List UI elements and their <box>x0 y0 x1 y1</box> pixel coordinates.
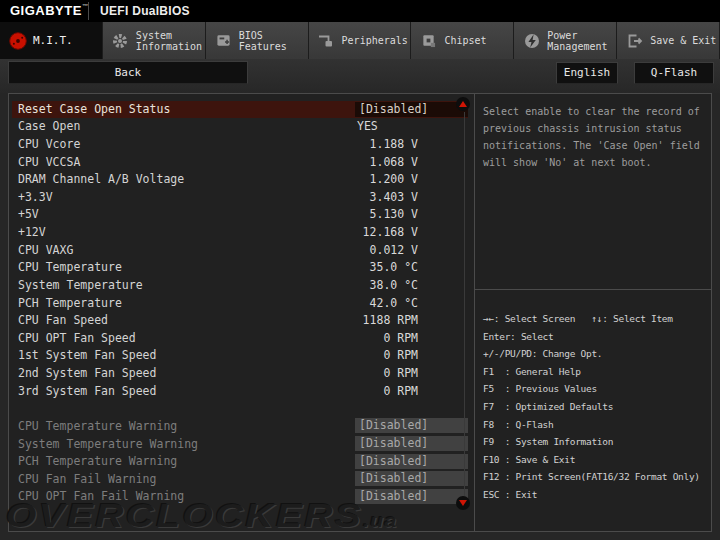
firmware-title: UEFI DualBIOS <box>100 4 190 18</box>
setting-row-cpu-fan-fail-warning[interactable]: CPU Fan Fail Warning[Disabled] <box>12 470 468 488</box>
setting-row-system-temperature-warning[interactable]: System Temperature Warning[Disabled] <box>12 435 468 453</box>
legend-line: F5 : Previous Values <box>483 380 700 398</box>
setting-label: PCH Temperature Warning <box>12 454 355 468</box>
setting-value: 1.200 V <box>355 172 468 186</box>
tab-m-i-t[interactable]: M.I.T. <box>0 22 103 59</box>
setting-row-5v[interactable]: +5V5.130 V <box>12 206 468 224</box>
qflash-button[interactable]: Q-Flash <box>634 62 714 84</box>
setting-row-2nd-system-fan-speed[interactable]: 2nd System Fan Speed0 RPM <box>12 364 468 382</box>
power-icon <box>522 32 541 50</box>
setting-row-reset-case-open-status[interactable]: Reset Case Open Status[Disabled] <box>12 101 468 118</box>
content-frame: Reset Case Open Status[Disabled]Case Ope… <box>8 93 712 532</box>
setting-value: 38.0 °C <box>355 278 468 292</box>
setting-label: 3rd System Fan Speed <box>12 384 355 398</box>
setting-value: [Disabled] <box>355 489 468 504</box>
scroll-down-icon <box>459 500 467 506</box>
setting-row-cpu-vcore[interactable]: CPU Vcore1.188 V <box>12 135 468 153</box>
setting-value: 1.068 V <box>355 155 468 169</box>
setting-label: CPU Fan Speed <box>12 313 355 327</box>
setting-row-3-3v[interactable]: +3.3V3.403 V <box>12 188 468 206</box>
legend-line: +/-/PU/PD: Change Opt. <box>483 345 700 363</box>
setting-row-cpu-vaxg[interactable]: CPU VAXG0.012 V <box>12 241 468 259</box>
setting-value: 0 RPM <box>355 331 468 345</box>
setting-value: 0 RPM <box>355 348 468 362</box>
setting-label: CPU OPT Fan Speed <box>12 331 355 345</box>
tab-power-management[interactable]: PowerManagement <box>514 22 617 59</box>
setting-value: [Disabled] <box>355 418 468 433</box>
tab-save-exit[interactable]: Save & Exit <box>617 22 720 59</box>
tab-bios-features[interactable]: BIOSFeatures <box>206 22 309 59</box>
setting-value: 5.130 V <box>355 207 468 221</box>
language-button[interactable]: English <box>556 62 618 84</box>
setting-row-cpu-opt-fan-speed[interactable]: CPU OPT Fan Speed0 RPM <box>12 329 468 347</box>
setting-value: 42.0 °C <box>355 296 468 310</box>
save-exit-icon <box>625 32 644 50</box>
tab-peripherals[interactable]: Peripherals <box>309 22 412 59</box>
tab-chipset[interactable]: Chipset <box>411 22 514 59</box>
setting-label: CPU Temperature <box>12 260 355 274</box>
scroll-down-button[interactable] <box>456 496 470 510</box>
setting-label: CPU VCCSA <box>12 155 355 169</box>
help-text: Select enable to clear the record of pre… <box>475 94 711 171</box>
legend-line: F7 : Optimized Defaults <box>483 398 700 416</box>
setting-row-system-temperature[interactable]: System Temperature38.0 °C <box>12 276 468 294</box>
gigabyte-logo: GIGABYTE™ <box>10 3 88 18</box>
mit-dial-icon <box>8 32 27 50</box>
back-button[interactable]: Back <box>8 61 248 84</box>
gear-icon <box>111 32 130 50</box>
setting-row-cpu-temperature[interactable]: CPU Temperature35.0 °C <box>12 259 468 277</box>
setting-label: PCH Temperature <box>12 296 355 310</box>
setting-value: 0 RPM <box>355 384 468 398</box>
setting-value: 0 RPM <box>355 366 468 380</box>
setting-row-case-open[interactable]: Case OpenYES <box>12 118 468 136</box>
tab-label: BIOSFeatures <box>239 30 287 52</box>
setting-label: CPU OPT Fan Fail Warning <box>12 489 355 503</box>
setting-value: [Disabled] <box>355 102 468 117</box>
setting-value: [Disabled] <box>355 454 468 469</box>
setting-row-cpu-fan-speed[interactable]: CPU Fan Speed1188 RPM <box>12 311 468 329</box>
setting-value: 35.0 °C <box>355 260 468 274</box>
setting-row-pch-temperature-warning[interactable]: PCH Temperature Warning[Disabled] <box>12 452 468 470</box>
help-pane: Select enable to clear the record of pre… <box>475 94 711 531</box>
setting-label: 2nd System Fan Speed <box>12 366 355 380</box>
setting-label: System Temperature <box>12 278 355 292</box>
legend-line: ESC : Exit <box>483 486 700 504</box>
setting-label: System Temperature Warning <box>12 437 355 451</box>
setting-row-12v[interactable]: +12V12.168 V <box>12 223 468 241</box>
setting-row-cpu-temperature-warning[interactable]: CPU Temperature Warning[Disabled] <box>12 417 468 435</box>
setting-row-cpu-vccsa[interactable]: CPU VCCSA1.068 V <box>12 153 468 171</box>
setting-label: Reset Case Open Status <box>12 102 355 116</box>
setting-row-1st-system-fan-speed[interactable]: 1st System Fan Speed0 RPM <box>12 347 468 365</box>
legend-divider <box>475 289 711 290</box>
chipset-icon <box>419 32 438 50</box>
legend-line: F12 : Print Screen(FAT16/32 Format Only) <box>483 468 700 486</box>
scrollbar-track[interactable] <box>464 112 465 500</box>
setting-label: 1st System Fan Speed <box>12 348 355 362</box>
tab-system-information[interactable]: SystemInformation <box>103 22 206 59</box>
key-legend: →←: Select Screen ↑↓: Select ItemEnter: … <box>483 310 700 504</box>
legend-line: Enter: Select <box>483 328 700 346</box>
legend-line: →←: Select Screen ↑↓: Select Item <box>483 310 700 328</box>
tab-label: SystemInformation <box>136 30 202 52</box>
setting-label: CPU Fan Fail Warning <box>12 472 355 486</box>
tab-label: Save & Exit <box>650 35 716 46</box>
legend-line: F10 : Save & Exit <box>483 451 700 469</box>
legend-line: F8 : Q-Flash <box>483 416 700 434</box>
setting-value: 0.012 V <box>355 243 468 257</box>
setting-label: +5V <box>12 207 355 221</box>
setting-row-3rd-system-fan-speed[interactable]: 3rd System Fan Speed0 RPM <box>12 382 468 400</box>
title-bar: GIGABYTE™ UEFI DualBIOS <box>0 0 720 22</box>
setting-row-cpu-opt-fan-fail-warning[interactable]: CPU OPT Fan Fail Warning[Disabled] <box>12 488 468 506</box>
setting-value: 1188 RPM <box>355 313 468 327</box>
settings-list: Reset Case Open Status[Disabled]Case Ope… <box>12 101 468 505</box>
setting-row-dram-channel-a-b-voltage[interactable]: DRAM Channel A/B Voltage1.200 V <box>12 170 468 188</box>
peripherals-icon <box>317 32 336 50</box>
legend-line: F1 : General Help <box>483 363 700 381</box>
setting-label: CPU Vcore <box>12 137 355 151</box>
setting-label: Case Open <box>12 119 355 133</box>
bios-features-icon <box>214 32 233 50</box>
setting-label: DRAM Channel A/B Voltage <box>12 172 355 186</box>
scroll-up-button[interactable] <box>456 97 470 111</box>
setting-row-pch-temperature[interactable]: PCH Temperature42.0 °C <box>12 294 468 312</box>
setting-value: [Disabled] <box>355 436 468 451</box>
